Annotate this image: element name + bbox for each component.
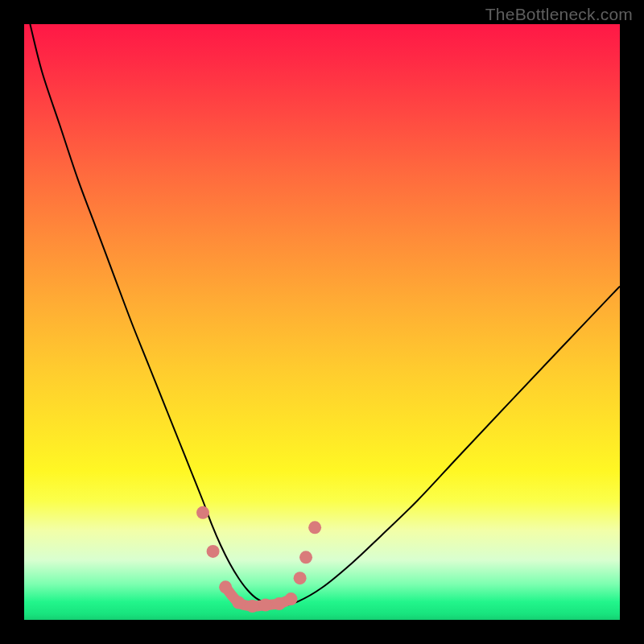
highlight-dot — [273, 597, 286, 610]
highlight-dot — [259, 599, 272, 612]
highlight-dot — [285, 592, 298, 605]
highlight-dot — [219, 580, 232, 593]
chart-frame: TheBottleneck.com — [0, 0, 644, 644]
highlight-dot — [196, 506, 209, 519]
highlight-dot — [299, 551, 312, 564]
chart-overlay-svg — [24, 24, 620, 620]
watermark-text: TheBottleneck.com — [485, 5, 633, 24]
highlight-dot — [246, 600, 258, 613]
bottleneck-curve — [30, 24, 620, 606]
highlight-dot — [232, 597, 245, 609]
highlight-dot — [207, 545, 220, 558]
highlight-dot — [294, 572, 307, 584]
highlight-dots-group — [196, 506, 321, 613]
highlight-dot — [308, 521, 321, 534]
